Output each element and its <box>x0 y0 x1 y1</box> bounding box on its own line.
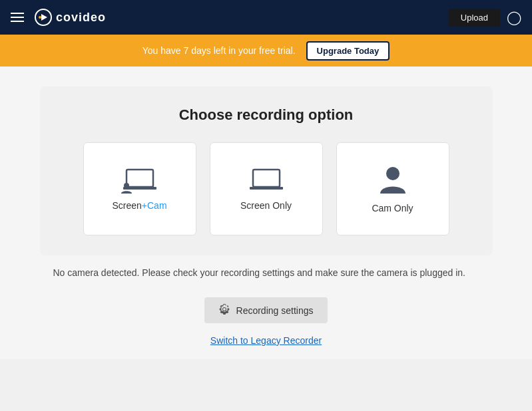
upload-button[interactable]: Upload <box>449 9 500 27</box>
hamburger-menu[interactable] <box>11 13 24 22</box>
legacy-recorder-link[interactable]: Switch to Legacy Recorder <box>210 335 322 346</box>
svg-point-7 <box>386 167 399 180</box>
recording-title: Choose recording option <box>179 106 354 124</box>
option-screen-only[interactable]: Screen Only <box>210 142 323 235</box>
legacy-link-wrap: Switch to Legacy Recorder <box>210 335 322 346</box>
svg-rect-5 <box>253 170 280 187</box>
gear-icon <box>219 304 230 317</box>
settings-button-wrap: Recording settings <box>204 297 328 323</box>
svg-point-4 <box>124 183 129 188</box>
recording-settings-button[interactable]: Recording settings <box>204 297 328 323</box>
recording-options-row: Screen+Cam Screen Only <box>53 142 479 235</box>
option-cam-only[interactable]: Cam Only <box>336 142 449 235</box>
navbar: covideo Upload ◯ <box>0 0 532 35</box>
user-avatar-icon[interactable]: ◯ <box>507 9 521 25</box>
logo-text: covideo <box>56 11 106 25</box>
recording-card: Choose recording option Screen+Cam <box>40 86 493 255</box>
logo-icon <box>35 9 52 26</box>
screen-cam-icon <box>123 167 157 194</box>
screen-cam-label: Screen+Cam <box>112 200 166 211</box>
settings-button-label: Recording settings <box>236 305 314 316</box>
screen-only-label: Screen Only <box>240 200 292 211</box>
cam-only-icon <box>378 164 408 196</box>
navbar-left: covideo <box>11 9 106 26</box>
svg-rect-6 <box>250 187 283 190</box>
main-content: Choose recording option Screen+Cam <box>0 67 532 359</box>
svg-point-1 <box>39 16 41 19</box>
option-screen-cam[interactable]: Screen+Cam <box>83 142 196 235</box>
cam-only-label: Cam Only <box>372 203 413 213</box>
screen-only-icon <box>249 167 284 194</box>
trial-message: You have 7 days left in your free trial. <box>142 45 296 56</box>
trial-banner: You have 7 days left in your free trial.… <box>0 35 532 67</box>
navbar-right: Upload ◯ <box>449 9 521 27</box>
warning-message: No camera detected. Please check your re… <box>40 255 493 291</box>
warning-text: No camera detected. Please check your re… <box>53 267 465 278</box>
upgrade-button[interactable]: Upgrade Today <box>306 41 390 61</box>
logo: covideo <box>35 9 106 26</box>
